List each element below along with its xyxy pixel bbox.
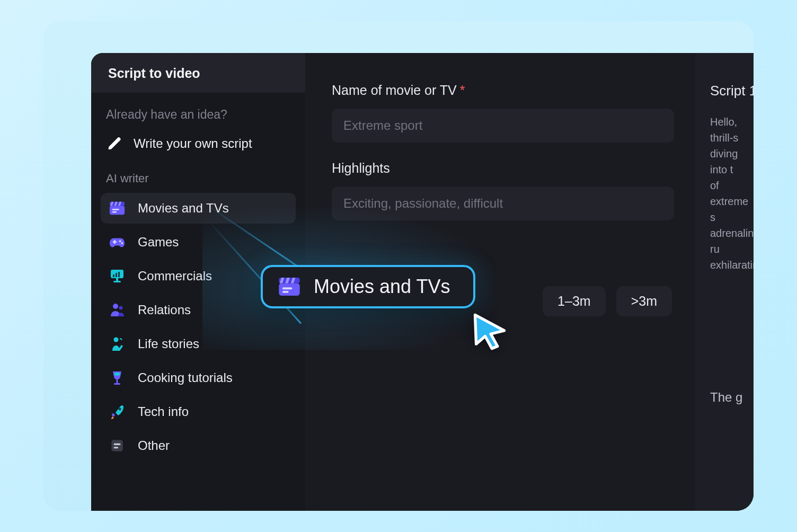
- svg-rect-24: [111, 440, 122, 451]
- callout-label: Movies and TVs: [314, 276, 450, 298]
- presentation-icon: [108, 268, 126, 284]
- sidebar-item-label: Commercials: [138, 269, 212, 283]
- svg-rect-16: [113, 281, 121, 282]
- sidebar-item-label: Movies and TVs: [138, 201, 229, 216]
- sidebar-hint: Already have an idea?: [101, 104, 296, 131]
- pencil-icon: [106, 136, 124, 152]
- svg-rect-6: [112, 211, 117, 213]
- sidebar-item-label: Relations: [138, 303, 191, 317]
- name-label: Name of movie or TV*: [332, 83, 674, 98]
- svg-point-10: [121, 242, 123, 244]
- note-icon: [108, 438, 126, 454]
- sidebar-item-movies-and-tvs[interactable]: Movies and TVs: [101, 193, 296, 224]
- person-icon: [108, 302, 126, 318]
- sidebar-item-tech-info[interactable]: Tech info: [101, 396, 296, 427]
- svg-rect-14: [118, 272, 120, 277]
- gamepad-icon: [108, 234, 126, 250]
- sidebar-item-label: Games: [138, 235, 179, 250]
- script-body: Hello, thrill-s diving into t of extreme…: [710, 114, 754, 273]
- highlights-label: Highlights: [332, 161, 674, 176]
- svg-rect-13: [116, 273, 117, 277]
- glass-icon: [108, 370, 126, 386]
- sidebar-item-label: Cooking tutorials: [138, 370, 233, 385]
- highlights-input[interactable]: [332, 187, 674, 220]
- duration-chip-gt-3m[interactable]: >3m: [616, 286, 672, 316]
- svg-point-19: [114, 338, 119, 342]
- rocket-icon: [108, 404, 126, 420]
- sidebar-item-label: Life stories: [138, 336, 199, 351]
- callout-movies-and-tvs[interactable]: Movies and TVs: [261, 265, 475, 308]
- clapper-icon: [108, 200, 126, 216]
- svg-rect-33: [282, 291, 289, 293]
- svg-rect-21: [114, 383, 120, 385]
- write-own-script-label: Write your own script: [134, 136, 252, 151]
- ai-writer-section-label: AI writer: [101, 156, 296, 193]
- sidebar-item-games[interactable]: Games: [101, 227, 296, 258]
- svg-point-17: [113, 304, 118, 309]
- svg-rect-12: [113, 274, 114, 277]
- category-list: Movies and TVs Games Commercials: [101, 193, 296, 461]
- svg-rect-32: [282, 287, 292, 289]
- svg-rect-20: [117, 379, 118, 383]
- svg-rect-8: [114, 240, 116, 244]
- svg-rect-5: [112, 209, 119, 210]
- write-own-script-button[interactable]: Write your own script: [101, 131, 296, 156]
- sidebar-title: Script to video: [91, 53, 305, 93]
- script-preview-panel: Script 1 Hello, thrill-s diving into t o…: [695, 53, 754, 511]
- person-wave-icon: [108, 336, 126, 352]
- script-title: Script 1: [710, 83, 754, 99]
- promo-frame: Script to video Already have an idea? Wr…: [43, 21, 754, 511]
- sidebar-item-label: Other: [138, 438, 170, 453]
- clapper-icon: [278, 276, 301, 297]
- svg-rect-25: [114, 444, 121, 445]
- svg-point-9: [119, 240, 121, 242]
- sidebar-item-label: Tech info: [138, 404, 189, 419]
- svg-rect-15: [116, 278, 118, 281]
- svg-rect-26: [114, 447, 119, 448]
- svg-point-23: [119, 408, 121, 411]
- duration-chip-1-3m[interactable]: 1–3m: [543, 286, 606, 316]
- sidebar-item-life-stories[interactable]: Life stories: [101, 329, 296, 359]
- required-asterisk: *: [460, 83, 465, 97]
- svg-point-22: [114, 373, 120, 376]
- svg-point-18: [119, 306, 123, 310]
- sidebar-item-other[interactable]: Other: [101, 430, 296, 461]
- sidebar-item-cooking-tutorials[interactable]: Cooking tutorials: [101, 362, 296, 393]
- name-input[interactable]: [332, 109, 674, 143]
- script-more: The g: [710, 390, 742, 405]
